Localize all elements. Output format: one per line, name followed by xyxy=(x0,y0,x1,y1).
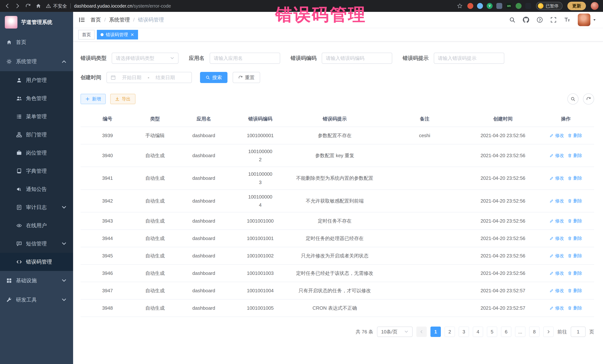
browser-forward-icon[interactable] xyxy=(15,3,20,9)
edit-link[interactable]: 修改 xyxy=(550,235,564,242)
sidebar-item-sms-management[interactable]: 短信管理 xyxy=(0,235,73,253)
table-row: 3943自动生成dashboard1001001000定时任务不存在2021-0… xyxy=(81,212,594,230)
sidebar-item-online-users[interactable]: 在线用户 xyxy=(0,217,73,235)
edit-link[interactable]: 修改 xyxy=(550,217,564,225)
sidebar-item-error-code-management[interactable]: 错误码管理 xyxy=(0,253,73,271)
sidebar-item-dev-tools[interactable]: 研发工具 xyxy=(0,290,73,309)
extension-grid-icon[interactable] xyxy=(496,3,502,9)
app-name-input[interactable] xyxy=(214,55,276,61)
breadcrumb-item[interactable]: 首页 xyxy=(91,16,101,23)
delete-link[interactable]: 删除 xyxy=(568,152,582,159)
security-status[interactable]: 不安全 xyxy=(46,3,67,9)
browser-back-icon[interactable] xyxy=(4,3,10,9)
edit-link[interactable]: 修改 xyxy=(550,252,564,260)
edit-link[interactable]: 修改 xyxy=(550,287,564,295)
refresh-table-button[interactable] xyxy=(583,93,594,105)
browser-home-icon[interactable] xyxy=(36,3,41,9)
delete-link[interactable]: 删除 xyxy=(568,217,582,225)
edit-link[interactable]: 修改 xyxy=(550,304,564,312)
add-button-label: 新增 xyxy=(92,96,101,102)
pagination: 共 76 条 10条/页 123456...8 前往 页 xyxy=(81,327,594,337)
delete-link[interactable]: 删除 xyxy=(568,197,582,205)
sidebar-item-role-management[interactable]: 角色管理 xyxy=(0,89,73,108)
tab-home[interactable]: 首页 xyxy=(78,30,95,39)
help-icon[interactable] xyxy=(537,17,543,23)
start-date-input[interactable] xyxy=(118,75,145,80)
add-button[interactable]: 新增 xyxy=(81,94,106,104)
extension-leaf-icon[interactable] xyxy=(516,3,522,9)
page-button-1[interactable]: 1 xyxy=(430,327,441,337)
sidebar-item-dict-management[interactable]: 字典管理 xyxy=(0,162,73,180)
next-page-button[interactable] xyxy=(543,327,554,337)
search-button-label: 搜索 xyxy=(212,74,222,81)
error-hint-input[interactable] xyxy=(438,55,500,61)
page-button-4[interactable]: 4 xyxy=(473,327,483,337)
edit-link[interactable]: 修改 xyxy=(550,152,564,159)
page-button-2[interactable]: 2 xyxy=(445,327,455,337)
page-button-6[interactable]: 6 xyxy=(501,327,511,337)
edit-link[interactable]: 修改 xyxy=(550,269,564,277)
error-code-input[interactable] xyxy=(326,55,388,61)
extension-water-drop-icon[interactable] xyxy=(477,3,483,9)
browser-profile-avatar[interactable] xyxy=(591,2,599,10)
cell-remark xyxy=(381,235,468,241)
page-button-3[interactable]: 3 xyxy=(459,327,469,337)
search-icon[interactable] xyxy=(509,17,515,23)
sidebar-item-post-management[interactable]: 岗位管理 xyxy=(0,144,73,162)
edit-link[interactable]: 修改 xyxy=(550,197,564,205)
error-type-select[interactable]: 请选择错误码类型 xyxy=(112,53,178,64)
sidebar-item-home[interactable]: 首页 xyxy=(0,33,73,52)
sidebar-toggle-icon[interactable] xyxy=(79,16,85,23)
sidebar-item-audit-log[interactable]: 审计日志 xyxy=(0,198,73,217)
pager-ellipsis[interactable]: ... xyxy=(515,327,525,337)
online-icon xyxy=(16,223,22,228)
font-size-icon[interactable] xyxy=(564,17,570,23)
delete-link[interactable]: 删除 xyxy=(568,287,582,295)
extension-v-badge-icon[interactable]: V xyxy=(487,3,493,9)
paused-badge[interactable]: 已暂停 xyxy=(536,2,563,10)
date-range-picker[interactable]: - xyxy=(106,72,192,83)
page-button-5[interactable]: 5 xyxy=(487,327,497,337)
browser-update-button[interactable]: 更新 xyxy=(567,2,586,10)
page-size-select[interactable]: 10条/页 xyxy=(377,327,413,337)
user-menu[interactable] xyxy=(578,13,596,26)
content-column: 首页/系统管理/错误码管理 首页错误码管理 错误码类型请选择错误码类型应用名错误… xyxy=(73,12,603,364)
cell-id: 3945 xyxy=(81,249,135,263)
chevron-right-icon xyxy=(546,330,550,334)
address-bar[interactable]: 不安全 dashboard.yudao.iocoder.cn/system/er… xyxy=(46,3,452,9)
cell-app: dashboard xyxy=(175,301,232,315)
prev-page-button[interactable] xyxy=(416,327,427,337)
fullscreen-icon[interactable] xyxy=(550,17,557,23)
extension-recorder-icon[interactable] xyxy=(467,3,473,9)
page-button-8[interactable]: 8 xyxy=(529,327,540,337)
extension-on-badge-icon[interactable]: on xyxy=(506,3,512,9)
toggle-search-button[interactable] xyxy=(567,93,579,105)
goto-page-input[interactable] xyxy=(571,327,586,337)
breadcrumb-item[interactable]: 系统管理 xyxy=(109,16,130,23)
delete-link[interactable]: 删除 xyxy=(568,269,582,277)
edit-link[interactable]: 修改 xyxy=(550,132,564,139)
delete-link[interactable]: 删除 xyxy=(568,235,582,242)
tab-error-code[interactable]: 错误码管理 xyxy=(97,30,138,39)
edit-link[interactable]: 修改 xyxy=(550,174,564,182)
end-date-input[interactable] xyxy=(152,75,179,80)
delete-link[interactable]: 删除 xyxy=(568,174,582,182)
sidebar-item-menu-management[interactable]: 菜单管理 xyxy=(0,108,73,126)
reset-button[interactable]: 重置 xyxy=(233,72,260,83)
sidebar-item-dept-management[interactable]: 部门管理 xyxy=(0,126,73,144)
search-button[interactable]: 搜索 xyxy=(200,72,227,83)
extension-pin-icon[interactable] xyxy=(525,3,531,9)
app-logo[interactable]: 芋道管理系统 xyxy=(0,12,73,33)
delete-link[interactable]: 删除 xyxy=(568,132,582,139)
sidebar-item-system-management[interactable]: 系统管理 xyxy=(0,52,73,71)
close-icon[interactable] xyxy=(130,33,134,37)
sidebar-item-user-management[interactable]: 用户管理 xyxy=(0,71,73,89)
export-button[interactable]: 导出 xyxy=(110,94,135,104)
browser-reload-icon[interactable] xyxy=(25,3,31,9)
delete-link[interactable]: 删除 xyxy=(568,304,582,312)
github-icon[interactable] xyxy=(523,17,529,23)
delete-link[interactable]: 删除 xyxy=(568,252,582,260)
sidebar-item-notice[interactable]: 通知公告 xyxy=(0,180,73,198)
bookmark-star-icon[interactable] xyxy=(457,3,463,9)
sidebar-item-infrastructure[interactable]: 基础设施 xyxy=(0,271,73,290)
